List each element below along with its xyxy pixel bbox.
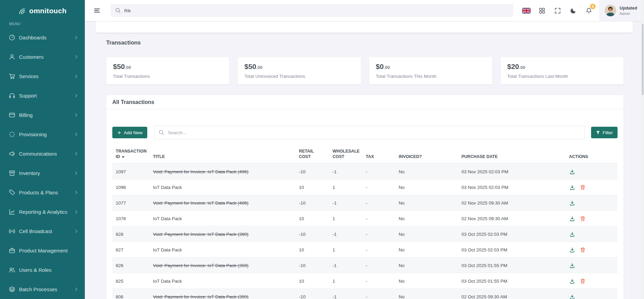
stat-label: Total Uninvoiced Transactions <box>244 74 354 79</box>
page-scrollbar-thumb[interactable] <box>642 24 644 95</box>
sidebar-item-label: Billing <box>19 112 74 118</box>
filter-button[interactable]: Filter <box>591 127 618 138</box>
cell-transaction-id: 1097 <box>112 164 150 179</box>
column-header[interactable]: ACTIONS <box>566 148 618 164</box>
sidebar-item[interactable]: Dashboards <box>0 28 85 47</box>
table-row: 1097 Void: Payment for Invoice: IoT Data… <box>112 164 618 179</box>
sidebar-item[interactable]: Reporting & Analytics <box>0 202 85 222</box>
cell-invoiced: No <box>395 242 458 258</box>
table-row: 1077 Void: Payment for Invoice: IoT Data… <box>112 195 618 211</box>
cell-invoiced: No <box>395 258 458 273</box>
global-search-input[interactable] <box>111 4 513 17</box>
column-header[interactable]: WHOLESALE COST <box>329 148 362 164</box>
cell-tax: - <box>362 273 395 289</box>
cell-title: Void: Payment for Invoice: IoT Data Pack… <box>153 232 248 237</box>
main-area: 0 Updated Admin Transaction <box>85 0 644 299</box>
sidebar-item-label: Products & Plans <box>19 190 74 195</box>
search-icon <box>158 129 164 135</box>
sidebar-item[interactable]: Provisioning <box>0 125 85 144</box>
user-menu[interactable]: Updated Admin <box>599 0 644 21</box>
plus-icon <box>117 130 121 135</box>
cell-invoiced: No <box>395 211 458 226</box>
stat-cents: .00 <box>519 65 525 70</box>
hamburger-menu-button[interactable] <box>92 5 102 16</box>
delete-button[interactable] <box>580 247 586 253</box>
stat-label: Total Transactions <box>113 74 223 79</box>
delete-button[interactable] <box>580 184 586 190</box>
download-icon <box>569 184 575 190</box>
cell-invoiced: No <box>395 273 458 289</box>
download-button[interactable] <box>569 294 575 299</box>
sidebar-item-label: Users & Roles <box>19 267 77 273</box>
brand-logo[interactable]: omnitouch <box>0 0 85 22</box>
cell-transaction-id: 1077 <box>112 195 150 211</box>
sidebar-item[interactable]: Support <box>0 86 85 105</box>
chevron-right-icon <box>74 152 77 156</box>
stat-value: $50 <box>113 63 125 70</box>
language-flag-button[interactable] <box>518 3 534 18</box>
column-header[interactable]: PURCHASE DATE <box>458 148 566 164</box>
sidebar-item[interactable]: Billing <box>0 105 85 125</box>
delete-button[interactable] <box>580 278 586 284</box>
download-button[interactable] <box>569 169 575 175</box>
sidebar-item[interactable]: Communications <box>0 144 85 163</box>
cell-transaction-id: 1096 <box>112 179 150 195</box>
add-new-button[interactable]: Add New <box>112 127 147 138</box>
table-toolbar: Add New Filter <box>112 126 618 139</box>
cell-purchase-date: 03 Nov 2025 02:03 PM <box>458 164 566 179</box>
column-header[interactable]: TRANSACTION ID <box>112 148 150 164</box>
panel-body: Add New Filter <box>106 109 624 299</box>
sidebar-item[interactable]: Services <box>0 67 85 86</box>
sidebar-item-label: Cell Broadcast <box>19 228 74 234</box>
download-icon <box>569 278 575 284</box>
download-icon <box>569 294 575 299</box>
cell-wholesale-cost: -1 <box>329 258 362 273</box>
download-button[interactable] <box>569 247 575 253</box>
notifications-button[interactable]: 0 <box>581 3 596 18</box>
fullscreen-icon <box>554 7 561 14</box>
dark-mode-button[interactable] <box>565 3 581 18</box>
stat-cents: .00 <box>256 65 262 70</box>
download-button[interactable] <box>569 215 575 222</box>
sidebar-item[interactable]: Cell Broadcast <box>0 222 85 241</box>
cell-retail-cost: -10 <box>296 289 329 299</box>
column-header[interactable]: TITLE <box>150 148 296 164</box>
sidebar-item[interactable]: Batch Processes <box>0 280 85 299</box>
chevron-right-icon <box>74 36 77 39</box>
download-button[interactable] <box>569 184 575 190</box>
cell-title: IoT Data Pack <box>153 185 182 190</box>
cell-purchase-date: 03 Oct 2025 01:55 PM <box>458 273 566 289</box>
stat-label: Total Transactions Last Month <box>507 74 617 79</box>
cell-transaction-id: 828 <box>112 226 150 242</box>
sidebar-item[interactable]: Users & Roles <box>0 260 85 280</box>
apps-grid-icon <box>539 7 545 14</box>
delete-button[interactable] <box>580 215 586 222</box>
sidebar-item[interactable]: Inventory <box>0 163 85 183</box>
table-search-input[interactable] <box>154 126 585 139</box>
table-row: 828 Void: Payment for Invoice: IoT Data … <box>112 226 618 242</box>
download-button[interactable] <box>569 200 575 206</box>
sidebar-item[interactable]: Customers <box>0 47 85 67</box>
cell-invoiced: No <box>395 164 458 179</box>
column-header[interactable]: TAX <box>362 148 395 164</box>
download-button[interactable] <box>569 278 575 284</box>
download-icon <box>569 216 575 222</box>
sidebar-item-label: Services <box>19 73 74 79</box>
fullscreen-button[interactable] <box>550 3 565 18</box>
cell-title: Void: Payment for Invoice: IoT Data Pack… <box>153 200 248 206</box>
cell-retail-cost: -10 <box>296 195 329 211</box>
download-button[interactable] <box>569 262 575 268</box>
apps-grid-button[interactable] <box>534 3 550 18</box>
uk-flag-icon <box>522 8 531 14</box>
stats-row: $50.00 Total Transactions $50.00 Total U… <box>106 57 624 85</box>
sidebar-item[interactable]: Products & Plans <box>0 183 85 202</box>
column-header[interactable]: RETAIL COST <box>296 148 329 164</box>
download-button[interactable] <box>569 231 575 237</box>
provisioning-icon <box>9 131 15 138</box>
cell-wholesale-cost: 1 <box>329 273 362 289</box>
trash-icon <box>580 247 586 253</box>
sidebar: omnitouch MENU Dashboards Customers Serv… <box>0 0 85 299</box>
chevron-right-icon <box>74 55 77 59</box>
column-header[interactable]: INVOICED? <box>395 148 458 164</box>
sidebar-item[interactable]: Product Management <box>0 241 85 260</box>
